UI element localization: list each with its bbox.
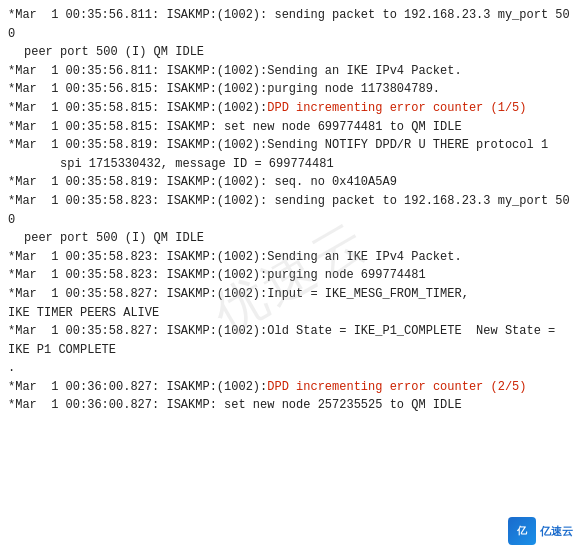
logo-icon: 亿 xyxy=(508,517,536,545)
log-line: *Mar 1 00:35:56.811: ISAKMP:(1002):Sendi… xyxy=(8,62,573,81)
log-line: IKE P1 COMPLETE xyxy=(8,341,573,360)
log-line: *Mar 1 00:35:58.815: ISAKMP:(1002):DPD i… xyxy=(8,99,573,118)
log-highlight: DPD incrementing error counter (1/5) xyxy=(267,101,526,115)
log-line: *Mar 1 00:35:58.827: ISAKMP:(1002):Old S… xyxy=(8,322,573,341)
log-lines: *Mar 1 00:35:56.811: ISAKMP:(1002): send… xyxy=(8,6,573,415)
log-line: *Mar 1 00:35:58.819: ISAKMP:(1002): seq.… xyxy=(8,173,573,192)
log-line: peer port 500 (I) QM IDLE xyxy=(8,43,573,62)
log-line: *Mar 1 00:35:58.823: ISAKMP:(1002):purgi… xyxy=(8,266,573,285)
log-line: *Mar 1 00:35:58.815: ISAKMP: set new nod… xyxy=(8,118,573,137)
log-line: *Mar 1 00:36:00.827: ISAKMP: set new nod… xyxy=(8,396,573,415)
log-container: *Mar 1 00:35:56.811: ISAKMP:(1002): send… xyxy=(0,0,581,553)
log-line: IKE TIMER PEERS ALIVE xyxy=(8,304,573,323)
log-line: *Mar 1 00:35:58.819: ISAKMP:(1002):Sendi… xyxy=(8,136,573,155)
log-line: *Mar 1 00:35:56.811: ISAKMP:(1002): send… xyxy=(8,6,573,43)
logo-area: 亿 亿速云 xyxy=(508,517,573,545)
log-line: peer port 500 (I) QM IDLE xyxy=(8,229,573,248)
log-line: *Mar 1 00:35:58.827: ISAKMP:(1002):Input… xyxy=(8,285,573,304)
log-line: *Mar 1 00:36:00.827: ISAKMP:(1002):DPD i… xyxy=(8,378,573,397)
log-line: . xyxy=(8,359,573,378)
log-highlight: DPD incrementing error counter (2/5) xyxy=(267,380,526,394)
log-line: spi 1715330432, message ID = 699774481 xyxy=(8,155,573,174)
log-line: *Mar 1 00:35:58.823: ISAKMP:(1002): send… xyxy=(8,192,573,229)
log-line: *Mar 1 00:35:58.823: ISAKMP:(1002):Sendi… xyxy=(8,248,573,267)
log-text: *Mar 1 00:35:58.815: ISAKMP:(1002): xyxy=(8,101,267,115)
logo-text: 亿速云 xyxy=(540,524,573,539)
log-text: *Mar 1 00:36:00.827: ISAKMP:(1002): xyxy=(8,380,267,394)
log-line: *Mar 1 00:35:56.815: ISAKMP:(1002):purgi… xyxy=(8,80,573,99)
